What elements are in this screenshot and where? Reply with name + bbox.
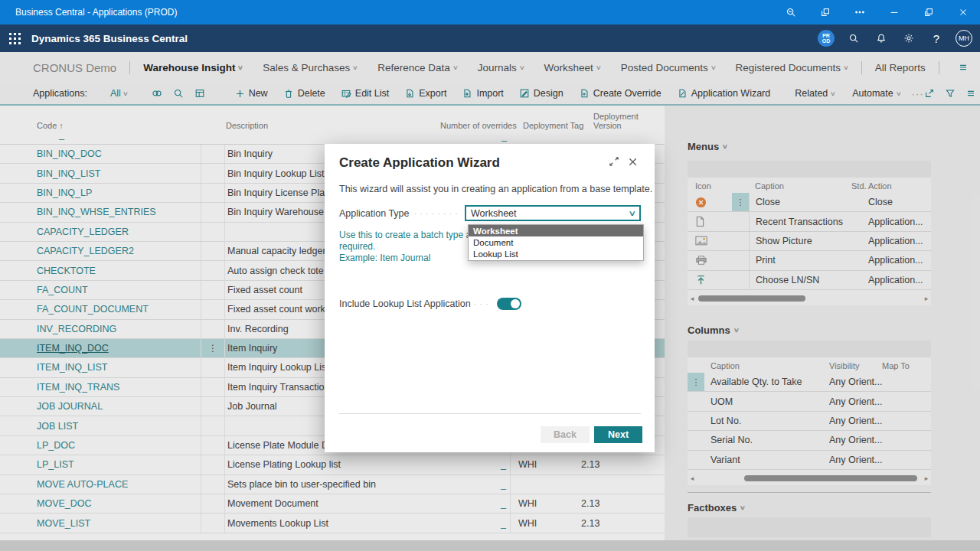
create-application-wizard-dialog: Create Application Wizard This wizard wi… (325, 144, 655, 452)
settings-gear-icon[interactable] (900, 30, 917, 47)
close-dialog-icon[interactable] (627, 156, 639, 168)
dropdown-option[interactable]: Worksheet (469, 225, 643, 236)
application-type-dropdown: WorksheetDocumentLookup List (468, 224, 644, 261)
include-lookup-list-toggle[interactable] (497, 298, 521, 310)
restore-icon[interactable] (911, 0, 946, 24)
next-button[interactable]: Next (594, 426, 642, 443)
expand-dialog-icon[interactable] (609, 156, 619, 167)
more-icon[interactable] (842, 0, 877, 24)
help-icon[interactable]: ? (928, 30, 945, 47)
window-title: Business Central - Applications (PROD) (15, 7, 177, 18)
dialog-title: Create Application Wizard (339, 155, 500, 171)
close-icon[interactable] (946, 0, 980, 24)
back-button[interactable]: Back (541, 426, 590, 443)
dropdown-option[interactable]: Lookup List (469, 249, 643, 260)
window-controls (773, 0, 980, 24)
chevron-down-icon: ∨ (628, 209, 636, 217)
application-type-label: Application Type (339, 208, 410, 219)
zoomout-icon[interactable] (773, 0, 808, 24)
app-launcher-icon[interactable] (0, 24, 29, 52)
user-avatar[interactable]: MH (956, 30, 972, 47)
dialog-intro-text: This wizard will assist you in creating … (339, 184, 652, 194)
notifications-bell-icon[interactable] (873, 30, 890, 47)
search-icon[interactable] (845, 30, 862, 47)
environment-badge: PROD (818, 30, 835, 47)
product-title: Dynamics 365 Business Central (31, 33, 188, 44)
include-lookup-list-label: Include Lookup List Application (339, 298, 471, 309)
popout-icon[interactable] (808, 0, 842, 24)
minimize-icon[interactable] (877, 0, 911, 24)
application-type-combobox[interactable]: Worksheet ∨ (465, 205, 641, 221)
dropdown-option[interactable]: Document (469, 236, 643, 248)
app-header: Dynamics 365 Business Central PROD ? MH (0, 24, 980, 52)
window-titlebar: Business Central - Applications (PROD) (0, 0, 980, 24)
